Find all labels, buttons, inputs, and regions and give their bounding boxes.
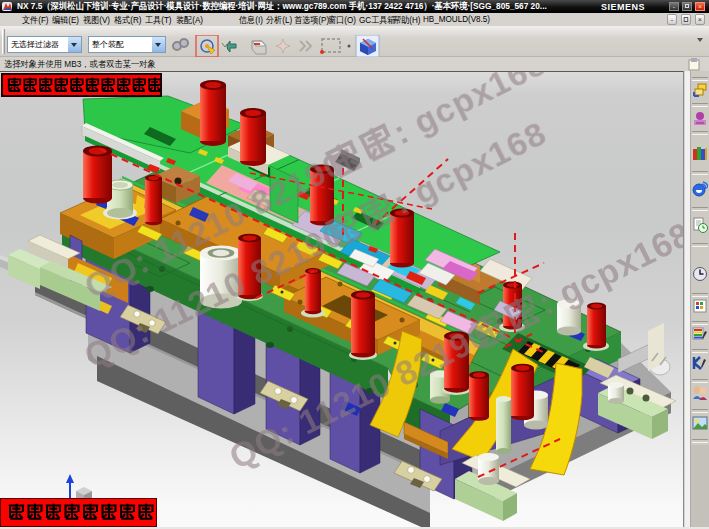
svg-text:: gcpx168: : gcpx168 bbox=[532, 214, 684, 322]
